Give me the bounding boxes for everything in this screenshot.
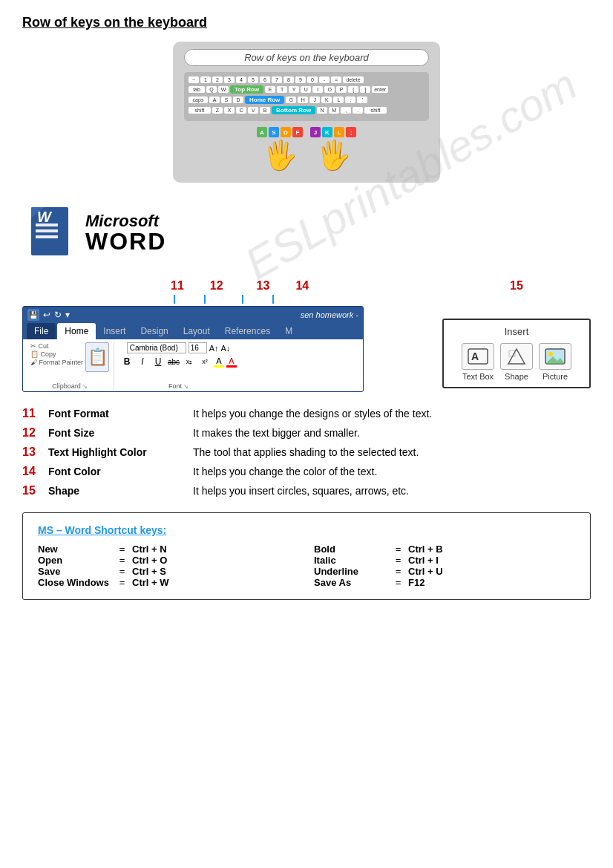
tab-more[interactable]: M	[278, 323, 300, 339]
tab-home[interactable]: Home	[57, 323, 96, 339]
textbox-icon[interactable]: A	[462, 343, 494, 370]
grow-font-btn[interactable]: A↑	[209, 344, 219, 353]
format-painter-btn[interactable]: 🖌 Format Painter	[30, 359, 83, 366]
superscript-btn[interactable]: x²	[198, 355, 212, 368]
keyboard-image-box: Row of keys on the keyboard ~ 1 2 3 4 5 …	[173, 42, 440, 183]
keyboard-rows-area: ~ 1 2 3 4 5 6 7 8 9 0 - = delete tab Q W…	[184, 72, 429, 121]
shortcuts-box: MS – Word Shortcut keys: New = Ctrl + N …	[22, 512, 591, 600]
shortcut-name: Italic	[314, 555, 388, 566]
number-15-label: 15	[510, 279, 523, 293]
kb-key: ,	[341, 107, 351, 114]
page-title: Row of keys on the keyboard	[22, 15, 591, 30]
word-toolbar: 💾 ↩ ↻ ▾ sen homework - File Home Insert …	[22, 306, 364, 392]
shortcut-eq: =	[393, 544, 404, 555]
kb-key: ~	[189, 76, 199, 83]
font-color-btn[interactable]: A	[226, 356, 237, 368]
kb-key: 4	[236, 76, 246, 83]
number-12-label: 12	[210, 279, 223, 293]
list-item: 14 Font Color It helps you change the co…	[22, 465, 591, 478]
kb-key: delete	[343, 76, 364, 83]
item-desc: It helps you change the color of the tex…	[193, 466, 591, 477]
kb-home-row: caps A S D Home Row G H J K L ; '	[189, 96, 424, 104]
home-row-label: Home Row	[245, 96, 284, 104]
shortcut-key: Ctrl + B	[408, 544, 443, 555]
shortcut-row: Bold = Ctrl + B	[314, 544, 575, 555]
tab-insert[interactable]: Insert	[96, 323, 133, 339]
shortcut-key: Ctrl + I	[408, 555, 439, 566]
shortcut-eq: =	[117, 544, 128, 555]
shortcuts-title: MS – Word Shortcut keys:	[38, 524, 575, 536]
bottom-row-label: Bottom Row	[272, 106, 315, 114]
kb-key: K	[321, 97, 332, 103]
insert-buttons: A Text Box Shape	[451, 343, 582, 381]
tab-file[interactable]: File	[27, 323, 56, 339]
shortcut-key: Ctrl + U	[408, 566, 443, 577]
text-highlight-btn[interactable]: A	[214, 356, 224, 368]
insert-title: Insert	[451, 326, 582, 337]
item-name: Font Size	[48, 427, 193, 439]
insert-panel: 15 Insert A Text Box	[442, 279, 591, 388]
shortcut-key: Ctrl + W	[132, 577, 168, 588]
shortcut-eq: =	[393, 566, 404, 577]
hand-key: A	[257, 127, 267, 137]
textbox-btn-wrap: A Text Box	[462, 343, 494, 381]
kb-key: U	[301, 86, 311, 93]
item-desc: It makes the text bigger and smaller.	[193, 427, 591, 439]
item-name: Text Highlight Color	[48, 446, 193, 458]
svg-rect-3	[36, 235, 58, 238]
kb-key: ]	[360, 86, 370, 93]
strikethrough-btn[interactable]: abc	[167, 355, 180, 368]
kb-key: 9	[295, 76, 306, 83]
shortcut-name: Open	[38, 555, 112, 566]
kb-key: enter	[372, 86, 388, 93]
shape-icon[interactable]	[500, 343, 533, 370]
picture-icon[interactable]	[539, 343, 571, 370]
subscript-btn[interactable]: x₂	[183, 355, 196, 368]
shrink-font-btn[interactable]: A↓	[221, 344, 231, 353]
item-desc: The tool that applies shading to the sel…	[193, 446, 591, 458]
toolbar-top-bar: 💾 ↩ ↻ ▾ sen homework -	[23, 307, 363, 323]
tab-design[interactable]: Design	[133, 323, 175, 339]
bold-btn[interactable]: B	[120, 355, 134, 368]
italic-btn[interactable]: I	[136, 355, 149, 368]
kb-key: V	[248, 107, 258, 114]
item-desc: It helps you insert circles, squares, ar…	[193, 485, 591, 497]
kb-key: ;	[345, 97, 355, 103]
shortcut-row: Save As = F12	[314, 577, 575, 588]
font-size-dropdown[interactable]: 16	[189, 342, 207, 353]
kb-key: N	[317, 107, 327, 114]
kb-key: tab	[189, 86, 205, 93]
picture-label: Picture	[542, 372, 568, 381]
copy-btn[interactable]: 📋 Copy	[30, 350, 83, 358]
kb-key: S	[221, 97, 232, 103]
paste-btn[interactable]: 📋	[85, 342, 109, 372]
word-label: WORD	[85, 229, 166, 253]
tab-layout[interactable]: Layout	[176, 323, 217, 339]
kb-key: B	[260, 107, 270, 114]
tab-references[interactable]: References	[217, 323, 278, 339]
hand-key: D	[281, 127, 291, 137]
svg-rect-2	[36, 229, 58, 232]
font-name-dropdown[interactable]: Cambria (Bod)	[127, 342, 186, 353]
item-number: 15	[22, 484, 48, 497]
font-section-label: Font ↘	[168, 382, 189, 390]
kb-key: 2	[212, 76, 223, 83]
item-name: Font Color	[48, 466, 193, 477]
kb-key: T	[277, 86, 287, 93]
kb-key: -	[319, 76, 330, 83]
item-name: Shape	[48, 485, 193, 497]
shortcut-name: Save	[38, 566, 112, 577]
insert-box: Insert A Text Box	[442, 319, 591, 388]
kb-key: W	[218, 86, 229, 93]
hand-key: J	[310, 127, 321, 137]
hand-key: ;	[346, 127, 356, 137]
shortcut-name: Bold	[314, 544, 388, 555]
shortcut-row: New = Ctrl + N	[38, 544, 299, 555]
shortcuts-grid: New = Ctrl + N Open = Ctrl + O Save = Ct…	[38, 544, 575, 588]
kb-key: Z	[212, 107, 223, 114]
top-row-label: Top Row	[230, 85, 263, 94]
toolbar-left: 11 12 13 14 💾 ↩ ↻ ▾ sen homework -	[22, 279, 427, 392]
cut-btn[interactable]: ✂ Cut	[30, 342, 83, 350]
underline-btn[interactable]: U	[151, 355, 165, 368]
shortcut-eq: =	[117, 577, 128, 588]
